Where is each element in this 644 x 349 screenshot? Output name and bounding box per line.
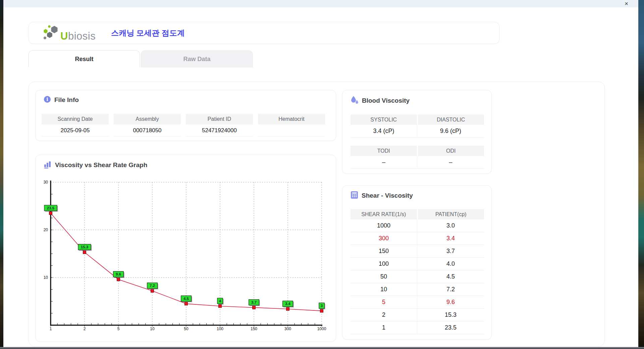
svg-text:15.3: 15.3 bbox=[81, 245, 88, 249]
shear-table-body: 1000 3.0 300 3.4 150 3.7 100 4.0 50 4.5 … bbox=[351, 219, 484, 334]
data-table-icon bbox=[351, 191, 358, 200]
blood-drops-icon bbox=[351, 96, 359, 106]
field-assembly: Assembly 000718050 bbox=[114, 114, 181, 137]
shear-rate-value: 10 bbox=[351, 283, 417, 296]
patient-viscosity-value: 23.5 bbox=[417, 321, 484, 334]
shear-table-row: 5 9.6 bbox=[351, 296, 484, 309]
field-label: Hematocrit bbox=[258, 114, 325, 124]
blood-viscosity-title: Blood Viscosity bbox=[362, 97, 410, 104]
systolic-diastolic-block: SYSTOLIC DIASTOLIC 3.4 (cP) 9.6 (cP) bbox=[351, 114, 484, 138]
svg-text:150: 150 bbox=[251, 327, 257, 331]
svg-text:50: 50 bbox=[184, 327, 189, 331]
shear-rate-value: 300 bbox=[351, 232, 417, 245]
shear-table-row: 300 3.4 bbox=[351, 232, 484, 245]
patient-viscosity-value: 15.3 bbox=[417, 309, 484, 321]
close-icon[interactable]: × bbox=[625, 0, 628, 7]
window-titlebar: × bbox=[3, 0, 638, 7]
wallpaper-strip-left bbox=[0, 0, 3, 349]
svg-text:3: 3 bbox=[321, 304, 323, 308]
hexagon-cluster-icon bbox=[42, 24, 59, 41]
shear-viscosity-card: Shear - Viscosity SHEAR RATE(1/s) PATIEN… bbox=[342, 185, 492, 340]
shear-table-row: 2 15.3 bbox=[351, 309, 484, 321]
svg-text:i: i bbox=[46, 97, 48, 102]
svg-text:5: 5 bbox=[117, 327, 120, 331]
diastolic-value: 9.6 (cP) bbox=[417, 125, 484, 138]
patient-column-header: PATIENT(cp) bbox=[418, 209, 484, 219]
app-title: 스캐닝 모세관 점도계 bbox=[111, 28, 185, 38]
desktop: × Ubiosis 스캐닝 모세관 점도계 Result Raw Data bbox=[0, 0, 644, 349]
shear-table-header: SHEAR RATE(1/s) PATIENT(cp) bbox=[351, 209, 484, 219]
shear-table-row: 50 4.5 bbox=[351, 270, 484, 283]
patient-viscosity-value: 4.5 bbox=[417, 270, 484, 283]
shear-rate-column-header: SHEAR RATE(1/s) bbox=[351, 209, 417, 219]
shear-viscosity-title: Shear - Viscosity bbox=[362, 192, 413, 199]
field-hematocrit: Hematocrit bbox=[258, 114, 325, 137]
svg-text:4.5: 4.5 bbox=[183, 297, 189, 301]
bar-chart-icon bbox=[44, 160, 52, 170]
svg-text:20: 20 bbox=[44, 228, 48, 232]
patient-viscosity-value: 7.2 bbox=[417, 283, 484, 296]
wallpaper-strip-right bbox=[638, 0, 644, 349]
patient-viscosity-value: 9.6 bbox=[417, 296, 484, 309]
svg-text:7.2: 7.2 bbox=[150, 284, 155, 288]
shear-viscosity-table: SHEAR RATE(1/s) PATIENT(cp) 1000 3.0 300… bbox=[351, 209, 484, 334]
svg-text:10: 10 bbox=[44, 275, 48, 280]
systolic-label: SYSTOLIC bbox=[351, 114, 417, 125]
window-bottom-edge bbox=[0, 347, 644, 349]
shear-rate-value: 100 bbox=[351, 258, 417, 270]
field-label: Patient ID bbox=[186, 114, 253, 124]
field-value: 2025-09-05 bbox=[42, 124, 109, 137]
shear-rate-value: 1000 bbox=[351, 219, 417, 232]
viscosity-chart: 1020301251050100150300100023.515.39.67.2… bbox=[42, 178, 331, 334]
svg-text:30: 30 bbox=[44, 180, 48, 185]
patient-viscosity-value: 3.7 bbox=[417, 245, 484, 258]
svg-text:300: 300 bbox=[284, 327, 291, 331]
viscosity-graph-card: Viscosity vs Shear Rate Graph 1020301251… bbox=[35, 155, 336, 342]
svg-text:3.4: 3.4 bbox=[285, 302, 291, 306]
header-card: Ubiosis 스캐닝 모세관 점도계 bbox=[29, 22, 499, 44]
svg-text:1: 1 bbox=[50, 327, 52, 331]
field-label: Scanning Date bbox=[42, 114, 109, 124]
ubiosis-logo: Ubiosis bbox=[42, 24, 96, 41]
diastolic-label: DIASTOLIC bbox=[418, 114, 484, 125]
todi-value: – bbox=[351, 156, 417, 169]
shear-rate-value: 1 bbox=[351, 321, 417, 334]
file-info-fields: Scanning Date 2025-09-05 Assembly 000718… bbox=[42, 114, 325, 137]
odi-value: – bbox=[417, 156, 484, 169]
todi-odi-block: TODI ODI – – bbox=[351, 146, 484, 169]
blood-viscosity-card: Blood Viscosity SYSTOLIC DIASTOLIC 3.4 (… bbox=[342, 90, 492, 174]
shear-rate-value: 5 bbox=[351, 296, 417, 309]
logo-text: Ubiosis bbox=[60, 31, 96, 41]
patient-viscosity-value: 3.4 bbox=[417, 232, 484, 245]
tab-raw-data[interactable]: Raw Data bbox=[141, 50, 253, 67]
shear-table-row: 1000 3.0 bbox=[351, 219, 484, 232]
field-value: 52471924000 bbox=[186, 124, 253, 137]
shear-table-row: 10 7.2 bbox=[351, 283, 484, 296]
field-scanning-date: Scanning Date 2025-09-05 bbox=[42, 114, 109, 137]
patient-viscosity-value: 4.0 bbox=[417, 258, 484, 270]
todi-label: TODI bbox=[351, 146, 417, 156]
svg-text:10: 10 bbox=[150, 327, 155, 331]
svg-text:3.7: 3.7 bbox=[251, 300, 257, 304]
svg-text:100: 100 bbox=[217, 327, 223, 331]
field-value: 000718050 bbox=[114, 124, 181, 137]
graph-title: Viscosity vs Shear Rate Graph bbox=[55, 161, 147, 169]
info-icon: i bbox=[44, 96, 51, 104]
systolic-value: 3.4 (cP) bbox=[351, 125, 417, 138]
svg-text:9.6: 9.6 bbox=[116, 272, 121, 276]
file-info-title: File Info bbox=[54, 96, 79, 104]
shear-rate-value: 2 bbox=[351, 309, 417, 321]
tab-result[interactable]: Result bbox=[29, 50, 140, 67]
odi-label: ODI bbox=[418, 146, 484, 156]
shear-table-row: 100 4.0 bbox=[351, 258, 484, 270]
svg-text:23.5: 23.5 bbox=[47, 206, 55, 210]
shear-rate-value: 50 bbox=[351, 270, 417, 283]
shear-table-row: 150 3.7 bbox=[351, 245, 484, 258]
field-patient-id: Patient ID 52471924000 bbox=[186, 114, 253, 137]
field-value bbox=[258, 124, 325, 137]
svg-text:4: 4 bbox=[219, 299, 221, 303]
file-info-card: i File Info Scanning Date 2025-09-05 Ass… bbox=[35, 90, 336, 141]
chart-area: 1020301251050100150300100023.515.39.67.2… bbox=[42, 178, 331, 336]
shear-table-row: 1 23.5 bbox=[351, 321, 484, 334]
field-label: Assembly bbox=[114, 114, 181, 124]
